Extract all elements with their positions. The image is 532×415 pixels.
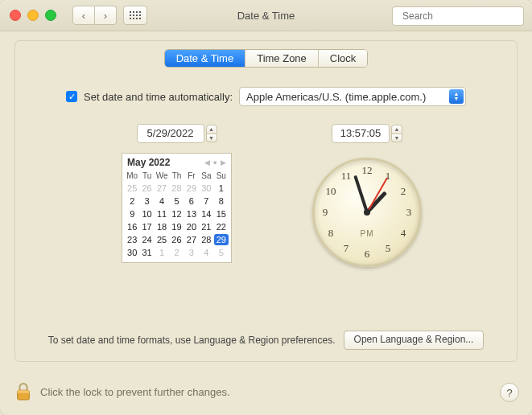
auto-label: Set date and time automatically: xyxy=(84,91,233,103)
calendar-day[interactable]: 24 xyxy=(139,233,154,246)
lock-row: Click the lock to prevent further change… xyxy=(14,381,230,402)
clock-numeral: 9 xyxy=(323,206,328,219)
tab-time-zone[interactable]: Time Zone xyxy=(245,50,319,67)
calendar-day[interactable]: 15 xyxy=(214,208,229,220)
calendar-day[interactable]: 7 xyxy=(199,195,213,208)
calendar-day[interactable]: 19 xyxy=(169,220,184,233)
clock-period: PM xyxy=(361,229,374,238)
calendar-day[interactable]: 10 xyxy=(139,208,154,220)
stepper-down-icon[interactable]: ▼ xyxy=(391,134,402,143)
calendar-day[interactable]: 26 xyxy=(139,182,154,195)
clock-numeral: 2 xyxy=(401,185,406,198)
calendar-day[interactable]: 30 xyxy=(199,182,213,195)
stepper-up-icon[interactable]: ▲ xyxy=(206,125,217,134)
calendar-day[interactable]: 27 xyxy=(155,182,169,195)
auto-checkbox[interactable]: ✓ xyxy=(66,91,77,102)
back-button[interactable]: ‹ xyxy=(72,6,95,25)
main-panel: Date & Time Time Zone Clock ✓ Set date a… xyxy=(14,40,518,362)
calendar-day[interactable]: 27 xyxy=(184,233,199,246)
calendar-day[interactable]: 4 xyxy=(199,246,213,259)
date-stepper: 5/29/2022 ▲ ▼ xyxy=(137,124,217,143)
nav-buttons: ‹ › xyxy=(72,6,117,25)
date-field[interactable]: 5/29/2022 xyxy=(137,124,204,143)
calendar-nav: ◀ ● ▶ xyxy=(204,158,226,166)
ntp-server-dropdown[interactable]: Apple Americas/U.S. (time.apple.com.) ▲▼ xyxy=(239,87,466,106)
stepper-up-icon[interactable]: ▲ xyxy=(391,125,402,134)
lock-text: Click the lock to prevent further change… xyxy=(40,386,230,398)
calendar-day[interactable]: 3 xyxy=(184,246,199,259)
zoom-icon[interactable] xyxy=(45,10,56,21)
calendar-day-header: Fr xyxy=(184,170,199,182)
clock-numeral: 1 xyxy=(386,170,391,183)
check-icon: ✓ xyxy=(68,92,76,101)
calendar-month-label: May 2022 xyxy=(127,157,170,168)
calendar-day[interactable]: 30 xyxy=(125,246,139,259)
calendar-day[interactable]: 28 xyxy=(199,233,213,246)
calendar-day[interactable]: 8 xyxy=(214,195,229,208)
time-stepper-buttons[interactable]: ▲ ▼ xyxy=(391,125,402,142)
open-language-region-button[interactable]: Open Language & Region... xyxy=(344,331,485,350)
clock-numeral: 11 xyxy=(341,170,352,183)
minimize-icon[interactable] xyxy=(27,10,39,21)
calendar-day[interactable]: 14 xyxy=(199,208,213,220)
calendar-day[interactable]: 1 xyxy=(214,182,229,195)
clock-numeral: 12 xyxy=(362,164,373,177)
calendar-day[interactable]: 4 xyxy=(155,195,169,208)
chevron-left-icon: ‹ xyxy=(82,10,85,22)
calendar-day[interactable]: 18 xyxy=(155,220,169,233)
clock-numeral: 5 xyxy=(386,242,391,255)
calendar-day[interactable]: 17 xyxy=(139,220,154,233)
calendar-day[interactable]: 22 xyxy=(214,220,229,233)
clock-numeral: 10 xyxy=(325,185,336,198)
minute-hand xyxy=(353,175,369,213)
calendar-day[interactable]: 20 xyxy=(184,220,199,233)
search-field[interactable] xyxy=(392,6,524,26)
show-all-button[interactable] xyxy=(123,6,147,25)
date-stepper-buttons[interactable]: ▲ ▼ xyxy=(206,125,217,142)
calendar-day-header: Su xyxy=(214,170,229,182)
calendar-day[interactable]: 21 xyxy=(199,220,213,233)
calendar-day[interactable]: 23 xyxy=(125,233,139,246)
calendar-day[interactable]: 29 xyxy=(214,233,229,246)
calendar-day[interactable]: 5 xyxy=(214,246,229,259)
calendar-day-header: Mo xyxy=(125,170,139,182)
calendar-day[interactable]: 12 xyxy=(169,208,184,220)
help-button[interactable]: ? xyxy=(500,383,519,402)
footer-hint: To set date and time formats, use Langua… xyxy=(48,335,336,346)
time-field[interactable]: 13:57:05 xyxy=(332,124,390,143)
calendar-day[interactable]: 1 xyxy=(155,246,169,259)
stepper-down-icon[interactable]: ▼ xyxy=(206,134,217,143)
calendar-day[interactable]: 25 xyxy=(155,233,169,246)
calendar-day[interactable]: 16 xyxy=(125,220,139,233)
calendar-day[interactable]: 2 xyxy=(169,246,184,259)
calendar-next-icon[interactable]: ▶ xyxy=(221,158,226,166)
calendar-day-header: Th xyxy=(169,170,184,182)
auto-row: ✓ Set date and time automatically: Apple… xyxy=(15,87,517,106)
calendar-day[interactable]: 6 xyxy=(184,195,199,208)
forward-button[interactable]: › xyxy=(95,6,117,25)
calendar-day[interactable]: 29 xyxy=(184,182,199,195)
calendar-day[interactable]: 13 xyxy=(184,208,199,220)
close-icon[interactable] xyxy=(10,10,21,21)
tab-date-time[interactable]: Date & Time xyxy=(165,50,246,67)
lock-icon[interactable] xyxy=(14,381,32,402)
calendar-day[interactable]: 25 xyxy=(125,182,139,195)
calendar-day[interactable]: 3 xyxy=(139,195,154,208)
calendar-day[interactable]: 31 xyxy=(139,246,154,259)
tab-bar: Date & Time Time Zone Clock xyxy=(15,49,517,68)
ntp-server-value: Apple Americas/U.S. (time.apple.com.) xyxy=(246,91,426,103)
calendar-prev-icon[interactable]: ◀ xyxy=(204,158,210,166)
calendar-day[interactable]: 5 xyxy=(169,195,184,208)
calendar-today-icon[interactable]: ● xyxy=(213,158,217,166)
calendar-day[interactable]: 26 xyxy=(169,233,184,246)
calendar-day[interactable]: 28 xyxy=(169,182,184,195)
calendar-day[interactable]: 9 xyxy=(125,208,139,220)
search-input[interactable] xyxy=(401,10,525,23)
calendar[interactable]: May 2022 ◀ ● ▶ MoTuWeThFrSaSu25262728293… xyxy=(122,153,232,263)
tab-clock[interactable]: Clock xyxy=(319,50,368,67)
clock-numeral: 4 xyxy=(401,227,406,240)
calendar-day[interactable]: 2 xyxy=(125,195,139,208)
calendar-day[interactable]: 11 xyxy=(155,208,169,220)
footer-row: To set date and time formats, use Langua… xyxy=(15,331,517,350)
calendar-day-header: Sa xyxy=(199,170,213,182)
